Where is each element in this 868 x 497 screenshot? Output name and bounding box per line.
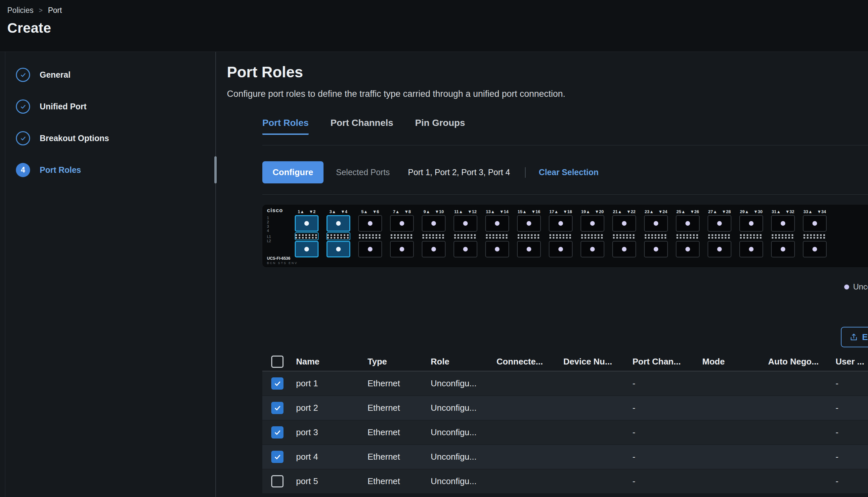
port-7[interactable] (390, 215, 414, 232)
port-8[interactable] (390, 241, 414, 257)
port-14[interactable] (485, 241, 509, 257)
legend-label: Unconfigured (853, 282, 868, 292)
row-checkbox[interactable] (271, 475, 284, 487)
port-34[interactable] (803, 241, 827, 257)
port-12[interactable] (454, 241, 477, 257)
column-header-auto-nego: Auto Nego... (768, 357, 836, 367)
port-9[interactable] (422, 215, 445, 232)
port-led-icon (368, 221, 372, 226)
port-column-1-2: 1▲▼2 (291, 208, 322, 265)
port-number-top: 21▲ (613, 209, 622, 214)
wizard-step-breakout-options[interactable]: Breakout Options (16, 131, 215, 145)
port-31[interactable] (771, 215, 795, 232)
row-checkbox[interactable] (271, 451, 284, 463)
step-label: Unified Port (40, 102, 87, 111)
table-row-port-4[interactable]: port 4EthernetUnconfigu...-- (262, 445, 868, 469)
port-10[interactable] (422, 241, 445, 257)
tab-port-roles[interactable]: Port Roles (262, 118, 308, 135)
main-panel: Port Roles Configure port roles to defin… (216, 52, 868, 497)
port-29[interactable] (739, 215, 763, 232)
port-27[interactable] (707, 215, 731, 232)
port-number-top: 1▲ (298, 209, 304, 214)
row-checkbox-cell (262, 378, 296, 389)
tab-pin-groups[interactable]: Pin Groups (415, 118, 465, 135)
port-column-9-10: 9▲▼10 (418, 208, 450, 265)
select-all-checkbox[interactable] (271, 356, 284, 368)
port-number-top: 3▲ (329, 209, 336, 214)
cell-type: Ethernet (368, 378, 431, 388)
port-2[interactable] (295, 241, 319, 257)
export-button[interactable]: Export (841, 327, 868, 347)
port-23[interactable] (644, 215, 668, 232)
port-6[interactable] (358, 241, 382, 257)
row-checkbox[interactable] (271, 378, 284, 389)
port-24[interactable] (644, 241, 668, 257)
port-number-bottom: ▼6 (372, 209, 379, 214)
port-11[interactable] (454, 215, 477, 232)
port-vent (740, 233, 762, 240)
port-15[interactable] (517, 215, 541, 232)
port-led-icon (431, 221, 436, 226)
port-1[interactable] (295, 215, 319, 232)
port-13[interactable] (485, 215, 509, 232)
port-number-top: 13▲ (486, 209, 495, 214)
port-led-icon (559, 221, 563, 226)
page-title: Create (7, 20, 868, 36)
port-33[interactable] (803, 215, 827, 232)
table-row-port-5[interactable]: port 5EthernetUnconfigu...-- (262, 469, 868, 494)
port-20[interactable] (580, 241, 604, 257)
table-row-port-3[interactable]: port 3EthernetUnconfigu...-- (262, 420, 868, 445)
cell-type: Ethernet (368, 452, 431, 462)
configure-button[interactable]: Configure (262, 161, 323, 183)
tab-label: Port Channels (330, 118, 393, 128)
row-checkbox[interactable] (271, 402, 284, 414)
clear-selection-button[interactable]: Clear Selection (539, 168, 599, 177)
table-row-port-2[interactable]: port 2EthernetUnconfigu...-- (262, 396, 868, 420)
tab-port-channels[interactable]: Port Channels (330, 118, 393, 135)
port-22[interactable] (612, 241, 636, 257)
port-26[interactable] (676, 241, 700, 257)
column-header-type: Type (368, 357, 431, 367)
row-checkbox[interactable] (271, 426, 284, 439)
port-number-bottom: ▼18 (563, 209, 572, 214)
port-17[interactable] (549, 215, 573, 232)
table-row-port-1[interactable]: port 1EthernetUnconfigu...-- (262, 371, 868, 396)
device-link-l1: L1 (267, 235, 289, 239)
port-number-top: 7▲ (393, 209, 400, 214)
step-label: Port Roles (40, 165, 81, 175)
port-19[interactable] (580, 215, 604, 232)
port-number-top: 19▲ (581, 209, 590, 214)
column-header-mode: Mode (702, 357, 768, 367)
port-led-icon (590, 247, 595, 252)
port-4[interactable] (327, 241, 350, 257)
port-number-bottom: ▼28 (722, 209, 731, 214)
port-number-bottom: ▼30 (754, 209, 762, 214)
port-30[interactable] (739, 241, 763, 257)
port-25[interactable] (676, 215, 700, 232)
device-model-label: UCS-FI-6536 (267, 256, 289, 261)
selection-toolbar: Configure Selected Ports Port 1, Port 2,… (262, 161, 868, 183)
port-number-top: 9▲ (424, 209, 430, 214)
port-number-top: 5▲ (361, 209, 368, 214)
row-checkbox-cell (262, 475, 296, 487)
port-18[interactable] (549, 241, 573, 257)
port-legend: Unconfigured (844, 282, 868, 292)
port-pair-label: 17▲▼18 (545, 208, 577, 215)
port-column-19-20: 19▲▼20 (577, 208, 608, 265)
breadcrumb-policies[interactable]: Policies (7, 6, 33, 15)
port-led-icon (685, 247, 690, 252)
breadcrumb-separator-icon: > (39, 6, 43, 14)
wizard-step-unified-port[interactable]: Unified Port (16, 99, 215, 114)
device-faceplate-left: cisco 1234 L1L2 UCS-FI-6536 BCN STS ENV (267, 207, 289, 265)
port-5[interactable] (358, 215, 382, 232)
wizard-step-general[interactable]: General (16, 68, 215, 82)
port-3[interactable] (327, 215, 350, 232)
wizard-step-port-roles[interactable]: 4Port Roles (16, 163, 215, 177)
port-vent (454, 233, 477, 240)
port-16[interactable] (517, 241, 541, 257)
port-vent (549, 233, 572, 240)
port-21[interactable] (612, 215, 636, 232)
port-32[interactable] (771, 241, 795, 257)
port-28[interactable] (707, 241, 731, 257)
port-number-bottom: ▼32 (785, 209, 794, 214)
